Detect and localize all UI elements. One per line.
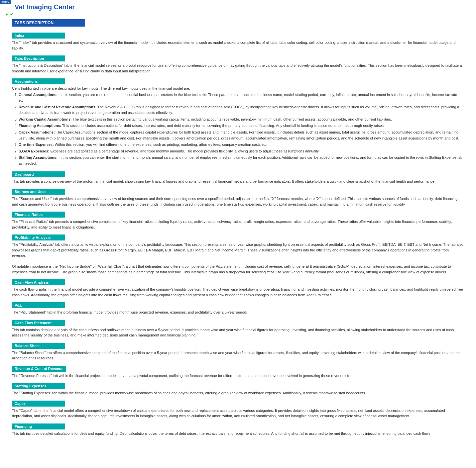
assumption-label-2: Revenue and Cost of Revenue Assumptions:: [19, 105, 96, 109]
assumption-label-8: Staffing Assumptions:: [19, 155, 58, 159]
assumption-label-7: S,G&A Expenses:: [19, 149, 50, 153]
tab-desc-cash-flow-statement: This tab contains detailed analysis of t…: [12, 327, 464, 338]
tab-desc-financing: This tab includes detailed calculations …: [12, 431, 464, 436]
list-item: Working Capital Assumptions: The blue te…: [19, 117, 464, 123]
tab-desc-capex: The "Capex" tab in the financial model o…: [12, 408, 464, 419]
tab-header-staffing-expenses: Staffing Expenses: [12, 383, 65, 389]
tab-header-dashboard: Dashboard: [12, 171, 65, 177]
tab-header-tabs-description: Tabs Description: [12, 55, 65, 61]
tab-header-cash-flow-analysis: Cash Flow Analysis: [12, 279, 65, 285]
tab-desc-dashboard: This tab provides a concise overview of …: [12, 179, 464, 184]
list-item: Financing Assumptions: This section incl…: [19, 123, 464, 129]
tab-section-capex: Capex The "Capex" tab in the financial m…: [12, 401, 464, 419]
tab-header-cash-flow-statement: Cash Flow Statement: [12, 320, 65, 326]
tab-section-financing: Financing This tab includes detailed cal…: [12, 423, 464, 436]
list-item: Staffing Assumptions: In this section, y…: [19, 155, 464, 166]
list-item: One-time Expenses: Within this section, …: [19, 142, 464, 148]
assumption-text-4: This section includes assumptions for de…: [62, 124, 385, 128]
tab-header-capex: Capex: [12, 401, 65, 407]
tab-header-financial-ratios: Financial Ratios: [12, 212, 65, 218]
tab-header-balance-sheet: Balance Sheet: [12, 343, 65, 349]
tab-section-revenue-cost-of-revenue: Revenue & Cost of Revenue The "Revenue F…: [12, 366, 464, 379]
list-item: Capex Assumptions: The Capex Assumptions…: [19, 130, 464, 141]
tab-desc-profitability-analysis: The "Profitability Analysis" tab offers …: [12, 242, 464, 275]
tab-desc-sources-and-uses: The "Sources and Uses" tab provides a co…: [12, 196, 464, 207]
tab-desc-staffing-expenses: The "Staffing Expenses" tab within the f…: [12, 390, 464, 396]
assumption-label-4: Financing Assumptions:: [19, 124, 61, 128]
assumption-text-6: Within this section, you will find diffe…: [55, 142, 268, 146]
tab-desc-pl: The "P&L Statement" tab in the proforma …: [12, 310, 464, 315]
tab-section-dashboard: Dashboard This tab provides a concise ov…: [12, 171, 464, 184]
tab-header-pl: P&L: [12, 302, 65, 308]
tab-desc-index: The "Index" tab provides a structured an…: [12, 40, 464, 51]
tab-desc-assumptions-intro: Cells highlighted in blue are designated…: [12, 86, 464, 91]
assumption-label-5: Capex Assumptions:: [19, 130, 55, 134]
tab-section-pl: P&L The "P&L Statement" tab in the profo…: [12, 302, 464, 315]
list-item: S,G&A Expenses: Expenses are categorized…: [19, 148, 464, 154]
checkmarks: ✓✓: [5, 11, 476, 17]
tab-section-assumptions: Assumptions Cells highlighted in blue ar…: [12, 78, 464, 167]
tab-header-financing: Financing: [12, 423, 65, 429]
tab-section-profitability-analysis: Profitability Analysis The "Profitabilit…: [12, 234, 464, 275]
tab-desc-balance-sheet: The "Balance Sheet" tab offers a compreh…: [12, 350, 464, 361]
tab-desc-tabs-description: The "Instructions & Description" tab in …: [12, 63, 464, 74]
tab-header-index: Index: [12, 33, 65, 39]
tab-section-tabs-description: Tabs Description The "Instructions & Des…: [12, 55, 464, 74]
app-title: Vet Imaging Center: [15, 3, 476, 11]
tab-section-balance-sheet: Balance Sheet The "Balance Sheet" tab of…: [12, 343, 464, 361]
tab-header-assumptions: Assumptions: [12, 78, 65, 84]
tab-desc-revenue-cost-of-revenue: The "Revenue Forecast" tab within the fi…: [12, 373, 464, 379]
assumption-text-3: The blue text cells in this section pert…: [72, 117, 392, 121]
list-item: General Assumptions: In this section, yo…: [19, 92, 464, 104]
index-badge: Index: [0, 0, 11, 4]
assumption-text-5: The Capex Assumptions section of the mod…: [19, 130, 459, 140]
tab-section-cash-flow-statement: Cash Flow Statement This tab contains de…: [12, 320, 464, 338]
tab-section-cash-flow-analysis: Cash Flow Analysis The cash flow graphs …: [12, 279, 464, 298]
main-section-header: TABS DESCRIPTION: [12, 19, 85, 27]
assumption-text-1: In this section, you are required to inp…: [19, 93, 457, 103]
tab-section-financial-ratios: Financial Ratios The "Financial Ratios" …: [12, 212, 464, 230]
assumption-label-3: Working Capital Assumptions:: [19, 117, 72, 121]
assumption-label-6: One-time Expenses:: [19, 142, 54, 146]
tab-header-profitability-analysis: Profitability Analysis: [12, 234, 65, 240]
tab-header-revenue-cost-of-revenue: Revenue & Cost of Revenue: [12, 366, 66, 372]
assumption-text-7: Expenses are categorized as a percentage…: [51, 149, 320, 153]
tab-header-sources-and-uses: Sources and Uses: [12, 189, 65, 195]
tab-section-staffing-expenses: Staffing Expenses The "Staffing Expenses…: [12, 383, 464, 396]
assumption-label-1: General Assumptions:: [19, 93, 58, 97]
tab-section-sources-and-uses: Sources and Uses The "Sources and Uses" …: [12, 189, 464, 207]
assumptions-list: General Assumptions: In this section, yo…: [19, 92, 464, 167]
list-item: Revenue and Cost of Revenue Assumptions:…: [19, 104, 464, 116]
tab-desc-financial-ratios: The "Financial Ratios" tab presents a co…: [12, 219, 464, 230]
tab-desc-cash-flow-analysis: The cash flow graphs in the financial mo…: [12, 287, 464, 298]
tab-section-index: Index The "Index" tab provides a structu…: [12, 33, 464, 51]
assumption-text-8: In this section, you can enter the start…: [19, 155, 462, 165]
